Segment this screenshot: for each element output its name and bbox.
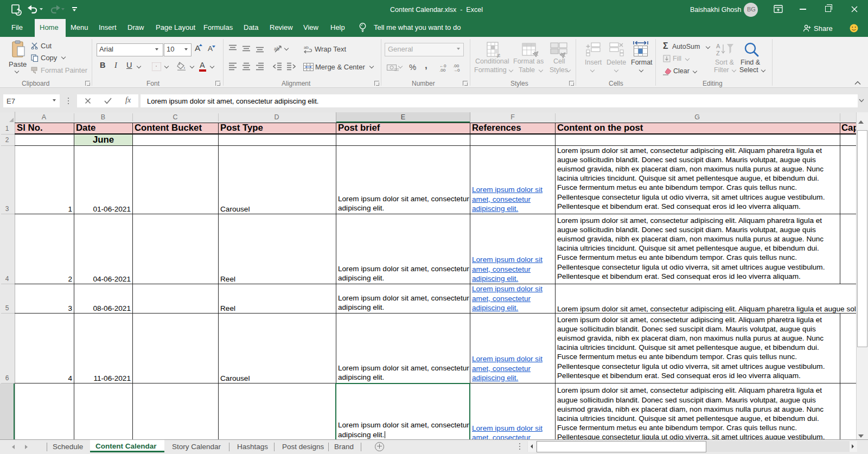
svg-text:A: A (716, 43, 720, 49)
svg-text:Z: Z (716, 50, 720, 56)
svg-text:.00: .00 (439, 68, 446, 72)
svg-text:→0: →0 (453, 68, 460, 72)
svg-text:ab: ab (274, 46, 279, 52)
svg-text:ab: ab (304, 45, 309, 50)
